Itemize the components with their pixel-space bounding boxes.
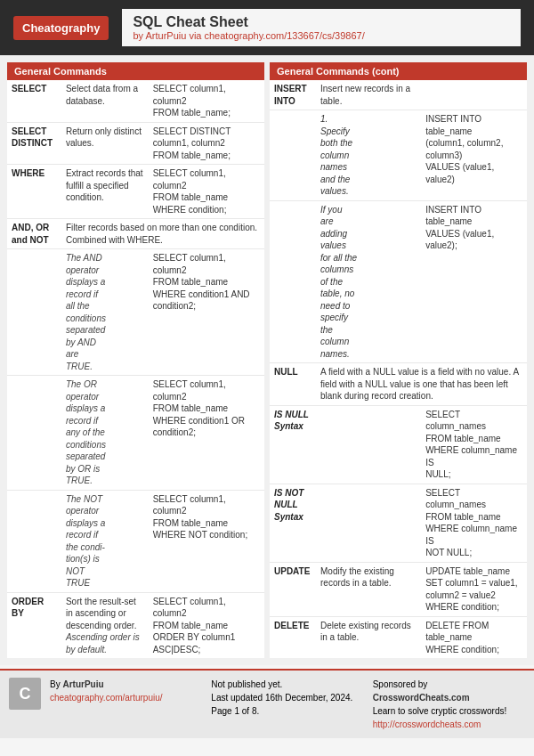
cmd-name — [7, 249, 61, 376]
header-title-block: SQL Cheat Sheet by ArturPuiu via cheatog… — [122, 9, 521, 46]
cmd-desc — [316, 405, 421, 484]
cmd-code: SELECT column1, column2 FROM table_name … — [149, 592, 264, 658]
footer-last-updated: Last updated 16th December, 2024. — [211, 691, 363, 704]
cmd-desc — [316, 484, 421, 562]
cmd-name: AND, ORand NOT — [7, 219, 61, 249]
cmd-name: ORDERBY — [7, 592, 61, 658]
cmd-desc: Return only distinct values. — [61, 122, 149, 165]
cmd-name: WHERE — [7, 165, 61, 219]
footer: C By ArturPuiu cheatography.com/arturpui… — [0, 669, 534, 738]
footer-author-col: By ArturPuiu cheatography.com/arturpuiu/ — [50, 678, 202, 704]
table-row: The NOToperatordisplays arecord ifthe co… — [7, 490, 264, 592]
table-row: SELECT Select data from a database. SELE… — [7, 80, 264, 122]
table-row: SELECTDISTINCT Return only distinct valu… — [7, 122, 264, 165]
cmd-desc-italic: 1.Specifyboth thecolumnnamesand thevalue… — [316, 110, 421, 201]
cmd-desc: A field with a NULL value is a field wit… — [316, 363, 527, 406]
cmd-code: UPDATE table_name SET column1 = value1, … — [421, 562, 527, 616]
cmd-name: SELECTDISTINCT — [7, 122, 61, 165]
footer-author-name: ArturPuiu — [62, 679, 103, 689]
subtitle-text: by ArturPuiu via cheatography.com/133667… — [133, 30, 364, 41]
cmd-code: DELETE FROM table_name WHERE condition; — [421, 616, 527, 658]
cmd-name — [270, 200, 316, 363]
footer-sponsor-url[interactable]: http://crosswordcheats.com — [373, 718, 525, 731]
cmd-name — [7, 490, 61, 592]
left-panel: General Commands SELECT Select data from… — [7, 62, 264, 658]
cmd-desc: Select data from a database. — [61, 80, 149, 122]
cmd-name: IS NOTNULLSyntax — [270, 484, 316, 562]
cmd-name: NULL — [270, 363, 316, 406]
main-content: General Commands SELECT Select data from… — [0, 55, 534, 665]
cmd-name — [270, 110, 316, 201]
cmd-code: SELECT DISTINCT column1, column2 FROM ta… — [149, 122, 264, 165]
footer-author-line: By ArturPuiu — [50, 678, 202, 691]
footer-sponsor-name: CrosswordCheats.com — [373, 693, 470, 703]
table-row: 1.Specifyboth thecolumnnamesand thevalue… — [270, 110, 527, 201]
logo: Cheatography — [13, 16, 109, 40]
cmd-code: SELECT column1, column2 FROM table_name; — [149, 80, 264, 122]
cmd-desc: Extract records that fulfill a specified… — [61, 165, 149, 219]
cmd-desc: Filter records based on more than one co… — [61, 219, 264, 249]
cmd-code: SELECT column1, column2 FROM table_name … — [149, 249, 264, 376]
cmd-name: DELETE — [270, 616, 316, 658]
table-row: WHERE Extract records that fulfill a spe… — [7, 165, 264, 219]
table-row: The ORoperatordisplays arecord ifany of … — [7, 376, 264, 491]
table-row: ORDERBY Sort the result-set in ascending… — [7, 592, 264, 658]
header: Cheatography SQL Cheat Sheet by ArturPui… — [0, 0, 534, 55]
table-row: IS NOTNULLSyntax SELECT column_names FRO… — [270, 484, 527, 562]
right-panel: General Commands (cont) INSERTINTO Inser… — [270, 62, 527, 658]
cmd-code: INSERT INTO table_name VALUES (value1, v… — [421, 200, 527, 363]
cmd-code: INSERT INTO table_name (column1, column2… — [421, 110, 527, 201]
cmd-desc: Delete existing records in a table. — [316, 616, 421, 658]
cmd-name: SELECT — [7, 80, 61, 122]
table-row: NULL A field with a NULL value is a fiel… — [270, 363, 527, 406]
table-row: INSERTINTO Insert new records in a table… — [270, 80, 527, 110]
left-section-header: General Commands — [7, 62, 264, 80]
footer-info-col: Not published yet. Last updated 16th Dec… — [211, 678, 363, 718]
cmd-desc-italic: The ORoperatordisplays arecord ifany of … — [61, 376, 149, 491]
table-row: UPDATE Modify the existing records in a … — [270, 562, 527, 616]
cmd-desc-italic: If youareaddingvaluesfor all thecolumnso… — [316, 200, 421, 363]
cmd-desc: Insert new records in a table. — [316, 80, 421, 110]
cmd-desc-italic: The NOToperatordisplays arecord ifthe co… — [61, 490, 149, 592]
footer-logo: C — [9, 678, 41, 710]
cmd-code: SELECT column1, column2 FROM table_name … — [149, 165, 264, 219]
footer-sponsor-col: Sponsored by CrosswordCheats.com Learn t… — [373, 678, 525, 731]
cmd-desc: Modify the existing records in a table. — [316, 562, 421, 616]
cmd-code: SELECT column_names FROM table_name WHER… — [421, 484, 527, 562]
table-row: IS NULLSyntax SELECT column_names FROM t… — [270, 405, 527, 484]
table-row: If youareaddingvaluesfor all thecolumnso… — [270, 200, 527, 363]
cmd-code: SELECT column1, column2 FROM table_name … — [149, 490, 264, 592]
subtitle: by ArturPuiu via cheatography.com/133667… — [133, 30, 510, 41]
cmd-desc: Sort the result-set in ascending or desc… — [61, 592, 149, 658]
table-row: AND, ORand NOT Filter records based on m… — [7, 219, 264, 249]
footer-sponsor-desc: Learn to solve cryptic crosswords! — [373, 704, 525, 718]
cmd-name: UPDATE — [270, 562, 316, 616]
table-row: The ANDoperatordisplays arecord ifall th… — [7, 249, 264, 376]
cmd-name: INSERTINTO — [270, 80, 316, 110]
footer-sponsor-line: Sponsored by CrosswordCheats.com — [373, 678, 525, 704]
right-commands-table: INSERTINTO Insert new records in a table… — [270, 80, 527, 658]
cmd-desc-italic: The ANDoperatordisplays arecord ifall th… — [61, 249, 149, 376]
footer-page: Page 1 of 8. — [211, 704, 363, 718]
cmd-code: SELECT column1, column2 FROM table_name … — [149, 376, 264, 491]
cmd-code — [421, 80, 527, 110]
cmd-code: SELECT column_names FROM table_name WHER… — [421, 405, 527, 484]
cmd-name — [7, 376, 61, 491]
right-section-header: General Commands (cont) — [270, 62, 527, 80]
footer-not-published: Not published yet. — [211, 678, 363, 691]
left-commands-table: SELECT Select data from a database. SELE… — [7, 80, 264, 658]
table-row: DELETE Delete existing records in a tabl… — [270, 616, 527, 658]
cmd-name: IS NULLSyntax — [270, 405, 316, 484]
footer-author-url[interactable]: cheatography.com/arturpuiu/ — [50, 691, 202, 704]
page-title: SQL Cheat Sheet — [133, 14, 510, 30]
